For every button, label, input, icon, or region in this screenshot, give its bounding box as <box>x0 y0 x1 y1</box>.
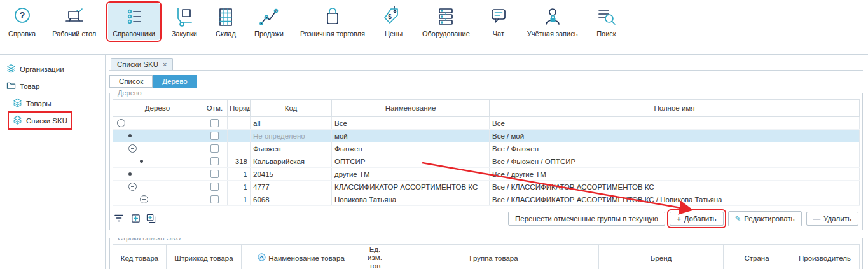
toolbar-label: Розничная торговля <box>300 30 365 38</box>
delete-button[interactable]: — Удалить <box>806 212 858 226</box>
cell-name[interactable]: другие ТМ <box>332 168 490 181</box>
equipment-icon <box>434 5 458 29</box>
cell-name[interactable]: ОПТСИР <box>332 155 490 168</box>
directories-icon <box>122 5 146 29</box>
row-checkbox[interactable] <box>210 195 219 203</box>
toolbar-item-purchases[interactable]: Закупки <box>167 3 202 40</box>
tree-row[interactable]: Не определено мой Все / мой <box>113 130 860 142</box>
tree-row[interactable]: 1 20415 другие ТМ Все / другие ТМ <box>113 168 860 181</box>
col-header-country[interactable]: Страна <box>724 245 790 269</box>
retail-icon <box>320 5 345 29</box>
col-header-barcode[interactable]: Штрихкод товара <box>167 245 242 269</box>
cell-order[interactable] <box>228 142 251 155</box>
toolbar-item-warehouse[interactable]: Склад <box>209 3 242 40</box>
col-header-order[interactable]: Поряд <box>228 100 251 117</box>
account-icon <box>541 5 565 29</box>
toolbar-item-retail[interactable]: Розничная торговля <box>296 3 369 40</box>
collapse-node-icon[interactable] <box>128 144 137 153</box>
cell-order[interactable]: 318 <box>228 155 251 168</box>
col-header-brand[interactable]: Бренд <box>599 245 724 269</box>
toolbar-item-directories[interactable]: Справочники <box>108 3 160 40</box>
toolbar-item-sales[interactable]: Продажи <box>250 3 288 40</box>
col-header-code[interactable]: Код <box>251 100 332 117</box>
toolbar-item-help[interactable]: ? Справка <box>4 3 40 40</box>
sidebar-item-sku-lists[interactable]: Списки SKU <box>9 113 71 128</box>
row-checkbox[interactable] <box>210 170 219 178</box>
tree-row[interactable]: Фьюжен Фьюжен Все / Фьюжен <box>113 142 860 155</box>
tree-row[interactable]: 1 6068 Новикова Татьяна Все / КЛАССИФИКА… <box>113 193 860 206</box>
col-header-product-group[interactable]: Группа товара <box>389 245 599 269</box>
main-toolbar: ? Справка Рабочий стол <box>0 0 868 55</box>
toolbar-item-equipment[interactable]: Оборудование <box>418 3 474 40</box>
toolbar-item-chat[interactable]: Чат <box>482 3 515 40</box>
cell-fullname[interactable]: Все <box>490 117 860 130</box>
row-checkbox[interactable] <box>210 144 219 153</box>
row-checkbox[interactable] <box>210 132 219 140</box>
toolbar-label: Чат <box>493 30 504 38</box>
cell-fullname[interactable]: Все / мой <box>490 130 860 142</box>
tab-close-icon[interactable]: × <box>163 61 167 68</box>
col-header-mark[interactable]: Отм. <box>202 100 228 117</box>
cell-fullname[interactable]: Все / другие ТМ <box>490 168 860 181</box>
cell-code[interactable]: 4777 <box>251 181 332 193</box>
collapse-node-icon[interactable] <box>128 183 137 191</box>
col-header-unit[interactable]: Ед. изм. тов <box>361 245 389 269</box>
subtab-tree[interactable]: Дерево <box>153 75 196 88</box>
tree-row[interactable]: 1 4777 КЛАССИФИКАТОР АССОРТИМЕНТОВ КС Вс… <box>113 181 860 193</box>
sidebar-item-organizations[interactable]: Организации <box>3 61 68 77</box>
cell-code[interactable]: Кальварийская <box>251 155 332 168</box>
cell-order[interactable]: 1 <box>228 181 251 193</box>
col-header-tree[interactable]: Дерево <box>113 100 202 117</box>
toolbar-item-prices[interactable]: $ Цены <box>377 3 410 40</box>
cell-order[interactable]: 1 <box>228 193 251 206</box>
cell-code[interactable]: Фьюжен <box>251 142 332 155</box>
toolbar-item-search[interactable]: Поиск <box>589 3 623 40</box>
col-header-product-name[interactable]: Наименование товара <box>242 245 361 269</box>
col-header-manufacturer[interactable]: Производитель <box>790 245 860 269</box>
expand-all-icon[interactable] <box>131 214 141 224</box>
col-header-name[interactable]: Наименование <box>332 100 490 117</box>
move-groups-button[interactable]: Перенести отмеченные группы в текущую <box>508 212 665 226</box>
sku-table: Код товара Штрихкод товара <box>113 244 860 269</box>
toolbar-item-desktop[interactable]: Рабочий стол <box>48 3 100 40</box>
expand-node-icon[interactable] <box>140 195 148 203</box>
tree-row[interactable]: all Все Все <box>113 117 860 130</box>
subtab-list[interactable]: Список <box>109 75 153 88</box>
filter-icon[interactable] <box>114 213 125 224</box>
cell-fullname[interactable]: Все / Фьюжен / ОПТСИР <box>490 155 860 168</box>
cell-code[interactable]: 6068 <box>251 193 332 206</box>
sidebar-item-products[interactable]: Товары <box>9 95 55 111</box>
tab-sku-lists[interactable]: Списки SKU × <box>111 58 173 70</box>
leaf-node-icon <box>140 160 143 163</box>
row-checkbox[interactable] <box>210 157 219 165</box>
edit-button[interactable]: ✎ Редактировать <box>728 211 802 226</box>
cell-code[interactable]: 20415 <box>251 168 332 181</box>
cell-name[interactable]: мой <box>332 130 490 142</box>
cell-code[interactable]: Не определено <box>251 130 332 142</box>
cell-name[interactable]: Новикова Татьяна <box>332 193 490 206</box>
collapse-all-icon[interactable] <box>146 214 156 224</box>
cell-order[interactable] <box>228 117 251 130</box>
sidebar-item-product[interactable]: Товар <box>3 78 43 94</box>
toolbar-item-account[interactable]: Учётная запись <box>523 3 582 40</box>
cell-name[interactable]: КЛАССИФИКАТОР АССОРТИМЕНТОВ КС <box>332 181 490 193</box>
collapse-node-icon[interactable] <box>117 119 125 127</box>
col-header-product-code[interactable]: Код товара <box>113 245 167 269</box>
tree-row[interactable]: 318 Кальварийская ОПТСИР Все / Фьюжен / … <box>113 155 860 168</box>
cell-code[interactable]: all <box>251 117 332 130</box>
leaf-node-icon <box>128 172 132 176</box>
cell-fullname[interactable]: Все / Фьюжен <box>490 142 860 155</box>
tab-bar: Списки SKU × <box>109 55 863 71</box>
cell-order[interactable] <box>228 130 251 142</box>
add-button[interactable]: + Добавить <box>670 212 724 226</box>
cell-fullname[interactable]: Все / КЛАССИФИКАТОР АССОРТИМЕНТОВ КС <box>490 181 860 193</box>
cell-name[interactable]: Все <box>332 117 490 130</box>
row-checkbox[interactable] <box>210 183 219 191</box>
cell-name[interactable]: Фьюжен <box>332 142 490 155</box>
col-header-fullname[interactable]: Полное имя <box>490 100 860 117</box>
prices-icon: $ <box>382 5 406 29</box>
cell-order[interactable]: 1 <box>228 168 251 181</box>
row-checkbox[interactable] <box>210 119 219 127</box>
cell-fullname[interactable]: Все / КЛАССИФИКАТОР АССОРТИМЕНТОВ КС / Н… <box>490 193 860 206</box>
layers-icon <box>6 64 16 74</box>
